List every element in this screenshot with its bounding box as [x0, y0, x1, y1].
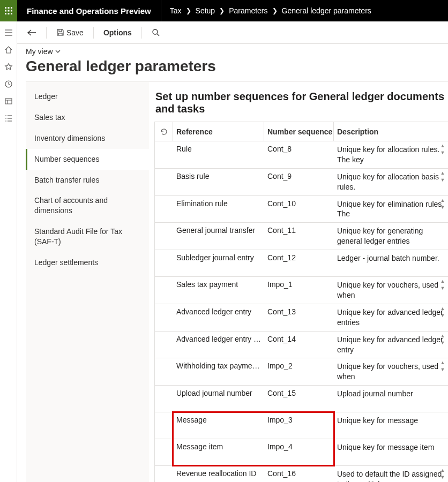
sidenav-item-inventory-dimensions[interactable]: Inventory dimensions: [26, 128, 149, 149]
cell-sequence[interactable]: Cont_10: [264, 196, 334, 223]
chevron-down-icon[interactable]: ▼: [439, 205, 446, 210]
spinner[interactable]: ▲▼: [439, 198, 446, 210]
table-row[interactable]: Message itemImpo_4Unique key for message…: [155, 439, 448, 466]
cell-description[interactable]: Unique key for advanced ledger entry▲▼: [334, 332, 448, 358]
clock-icon[interactable]: [4, 79, 13, 89]
table-row[interactable]: RuleCont_8Unique key for allocation rule…: [155, 141, 448, 169]
cell-reference[interactable]: Withholding tax payment ...: [173, 358, 264, 385]
cell-description[interactable]: Ledger - journal batch number.: [334, 250, 448, 276]
cell-reference[interactable]: Advanced ledger entry vo...: [173, 332, 264, 358]
sidenav-item-sales-tax[interactable]: Sales tax: [26, 107, 149, 128]
spinner[interactable]: ▲▼: [439, 468, 446, 480]
cell-reference[interactable]: Sales tax payment: [173, 277, 264, 304]
breadcrumb-item[interactable]: Parameters: [229, 6, 267, 15]
cell-sequence[interactable]: Impo_3: [264, 412, 334, 439]
workspace-icon[interactable]: [4, 96, 13, 106]
cell-sequence[interactable]: Cont_8: [264, 141, 334, 168]
modules-icon[interactable]: [4, 114, 13, 123]
col-description[interactable]: Description: [334, 122, 448, 141]
cell-description[interactable]: Unique key for vouchers, used when▲▼: [334, 277, 448, 304]
chevron-up-icon[interactable]: ▲: [439, 360, 446, 365]
cell-reference[interactable]: Rule: [173, 141, 264, 168]
chevron-down-icon[interactable]: ▼: [439, 475, 446, 480]
search-button[interactable]: [148, 26, 163, 39]
cell-reference[interactable]: Elimination rule: [173, 196, 264, 223]
cell-reference[interactable]: Message: [173, 412, 264, 439]
app-launcher-button[interactable]: [0, 0, 17, 21]
chevron-down-icon[interactable]: ▼: [439, 341, 446, 345]
cell-description[interactable]: Unique key for message: [334, 412, 448, 439]
table-row[interactable]: MessageImpo_3Unique key for message: [155, 412, 448, 439]
chevron-up-icon[interactable]: ▲: [439, 468, 446, 473]
chevron-down-icon[interactable]: ▼: [439, 367, 446, 372]
table-row[interactable]: Elimination ruleCont_10Unique key for el…: [155, 196, 448, 223]
cell-description[interactable]: Unique key for elimination rules. The▲▼: [334, 196, 448, 223]
cell-description[interactable]: Unique key for vouchers, used when▲▼: [334, 358, 448, 385]
spinner[interactable]: ▲▼: [439, 279, 446, 291]
cell-sequence[interactable]: Impo_2: [264, 358, 334, 385]
cell-reference[interactable]: Message item: [173, 439, 264, 465]
sidenav-item-chart-of-accounts[interactable]: Chart of accounts and dimensions: [26, 190, 149, 221]
table-row[interactable]: Upload journal numberCont_15Upload journ…: [155, 386, 448, 412]
cell-reference[interactable]: Upload journal number: [173, 386, 264, 412]
home-icon[interactable]: [4, 45, 13, 55]
cell-sequence[interactable]: Cont_16: [264, 466, 334, 482]
table-row[interactable]: Advanced ledger entryCont_13Unique key f…: [155, 304, 448, 332]
chevron-up-icon[interactable]: ▲: [439, 144, 446, 148]
sidenav-item-ledger-settlements[interactable]: Ledger settlements: [26, 252, 149, 273]
chevron-up-icon[interactable]: ▲: [439, 198, 446, 203]
save-button[interactable]: Save: [53, 26, 87, 39]
chevron-up-icon[interactable]: ▲: [439, 306, 446, 311]
cell-description[interactable]: Unique key for message item: [334, 439, 448, 465]
cell-sequence[interactable]: Cont_11: [264, 223, 334, 250]
spinner[interactable]: ▲▼: [439, 334, 446, 345]
options-button[interactable]: Options: [100, 26, 135, 39]
sidenav-item-ledger[interactable]: Ledger: [26, 86, 149, 107]
cell-description[interactable]: Unique key for allocation basis rules.▲▼: [334, 169, 448, 195]
table-row[interactable]: Revenue reallocation IDCont_16Used to de…: [155, 466, 448, 482]
cell-reference[interactable]: Revenue reallocation ID: [173, 466, 264, 482]
cell-reference[interactable]: Subledger journal entry: [173, 250, 264, 276]
chevron-down-icon[interactable]: ▼: [439, 178, 446, 183]
sidenav-item-number-sequences[interactable]: Number sequences: [26, 149, 149, 170]
cell-sequence[interactable]: Cont_14: [264, 332, 334, 358]
cell-description[interactable]: Used to default the ID assigned to the m…: [334, 466, 448, 482]
breadcrumb-item[interactable]: General ledger parameters: [282, 6, 371, 15]
spinner[interactable]: ▲▼: [439, 144, 446, 155]
chevron-up-icon[interactable]: ▲: [439, 334, 446, 338]
table-row[interactable]: Withholding tax payment ...Impo_2Unique …: [155, 358, 448, 386]
table-row[interactable]: Subledger journal entryCont_12Ledger - j…: [155, 250, 448, 277]
sidenav-item-saft[interactable]: Standard Audit File for Tax (SAF-T): [26, 221, 149, 252]
cell-sequence[interactable]: Impo_4: [264, 439, 334, 465]
spinner[interactable]: ▲▼: [439, 171, 446, 183]
table-row[interactable]: Basis ruleCont_9Unique key for allocatio…: [155, 169, 448, 196]
cell-description[interactable]: Unique key for generating general ledger…: [334, 223, 448, 250]
breadcrumb-item[interactable]: Setup: [196, 6, 215, 15]
chevron-down-icon[interactable]: ▼: [439, 150, 446, 155]
view-selector[interactable]: My view: [26, 47, 448, 57]
cell-sequence[interactable]: Cont_9: [264, 169, 334, 195]
breadcrumb-item[interactable]: Tax: [170, 6, 182, 15]
cell-sequence[interactable]: Cont_15: [264, 386, 334, 412]
cell-sequence[interactable]: Cont_12: [264, 250, 334, 276]
cell-reference[interactable]: Advanced ledger entry: [173, 304, 264, 331]
spinner[interactable]: ▲▼: [439, 360, 446, 372]
table-row[interactable]: Advanced ledger entry vo...Cont_14Unique…: [155, 332, 448, 359]
chevron-down-icon[interactable]: ▼: [439, 313, 446, 318]
spinner[interactable]: ▲▼: [439, 306, 446, 318]
cell-description[interactable]: Upload journal number: [334, 386, 448, 412]
cell-reference[interactable]: Basis rule: [173, 169, 264, 195]
sidenav-item-batch-transfer-rules[interactable]: Batch transfer rules: [26, 170, 149, 191]
table-row[interactable]: General journal transferCont_11Unique ke…: [155, 223, 448, 250]
cell-sequence[interactable]: Cont_13: [264, 304, 334, 331]
cell-description[interactable]: Unique key for allocation rules. The key…: [334, 141, 448, 168]
chevron-down-icon[interactable]: ▼: [439, 286, 446, 291]
back-button[interactable]: [24, 27, 40, 39]
col-sequence[interactable]: Number sequence ...: [264, 122, 334, 141]
chevron-up-icon[interactable]: ▲: [439, 279, 446, 284]
chevron-up-icon[interactable]: ▲: [439, 171, 446, 176]
refresh-button[interactable]: [155, 122, 173, 141]
hamburger-icon[interactable]: [4, 28, 13, 37]
cell-sequence[interactable]: Impo_1: [264, 277, 334, 304]
table-row[interactable]: Sales tax paymentImpo_1Unique key for vo…: [155, 277, 448, 304]
